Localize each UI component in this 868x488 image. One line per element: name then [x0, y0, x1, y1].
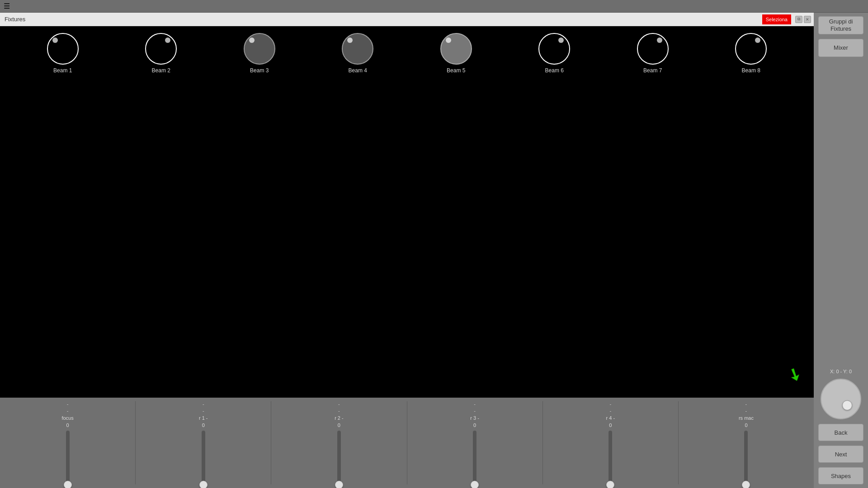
slider-thumb-4[interactable] — [606, 481, 614, 488]
beam-label-1: Beam 1 — [53, 67, 72, 74]
fixtures-title: Fixtures — [5, 16, 25, 23]
shapes-button[interactable]: Shapes — [818, 467, 863, 484]
beam-label-5: Beam 5 — [447, 67, 465, 74]
slider-column-4: - - r 4 - 0 — [543, 401, 678, 485]
beam-label-2: Beam 2 — [152, 67, 170, 74]
slider-dash-top-1: - — [203, 401, 204, 407]
slider-value-3: 0 — [473, 422, 476, 428]
slider-dash-top-4: - — [609, 401, 611, 407]
slider-dash-top-3: - — [474, 401, 476, 407]
gruppi-fixtures-button[interactable]: Gruppi di Fixtures — [818, 16, 863, 34]
hamburger-icon[interactable]: ☰ — [4, 2, 10, 10]
slider-name-0: focus — [61, 415, 73, 421]
slider-dash-top-5: - — [745, 401, 747, 407]
beam-item-6[interactable]: Beam 6 — [538, 33, 570, 74]
beam-label-8: Beam 8 — [742, 67, 760, 74]
left-panel: Fixtures Seleziona ⧉ ✕ Beam 1Beam 2Beam … — [0, 13, 814, 488]
xy-pad[interactable] — [821, 379, 861, 419]
slider-thumb-0[interactable] — [64, 481, 72, 488]
slider-value-1: 0 — [202, 422, 205, 428]
beam-item-7[interactable]: Beam 7 — [637, 33, 669, 74]
next-button[interactable]: Next — [818, 446, 863, 463]
slider-thumb-3[interactable] — [471, 481, 479, 488]
beam-circle-7 — [637, 33, 669, 65]
slider-column-3: - - r 3 - 0 — [407, 401, 542, 485]
beam-circle-1 — [47, 33, 79, 65]
slider-name-3: r 3 - — [470, 415, 479, 421]
beam-label-7: Beam 7 — [643, 67, 662, 74]
slider-track-3[interactable] — [473, 431, 476, 485]
slider-thumb-2[interactable] — [335, 481, 343, 488]
beam-item-8[interactable]: Beam 8 — [735, 33, 767, 74]
beams-row: Beam 1Beam 2Beam 3Beam 4Beam 5Beam 6Beam… — [0, 26, 814, 80]
canvas-area: Beam 1Beam 2Beam 3Beam 4Beam 5Beam 6Beam… — [0, 26, 814, 398]
fixtures-header: Fixtures Seleziona ⧉ ✕ — [0, 13, 814, 26]
back-button[interactable]: Back — [818, 424, 863, 441]
beam-circle-5 — [440, 33, 472, 65]
beam-label-6: Beam 6 — [545, 67, 564, 74]
slider-dash-top-0: - — [67, 401, 69, 407]
slider-dash-bot-3: - — [474, 408, 476, 414]
slider-name-5: rs mac — [739, 415, 754, 421]
slider-thumb-5[interactable] — [742, 481, 750, 488]
beam-item-5[interactable]: Beam 5 — [440, 33, 472, 74]
beam-circle-4 — [342, 33, 373, 65]
beam-item-2[interactable]: Beam 2 — [145, 33, 177, 74]
slider-column-0: - - focus 0 — [0, 401, 135, 485]
slider-name-4: r 4 - — [606, 415, 615, 421]
slider-value-2: 0 — [338, 422, 340, 428]
beam-item-4[interactable]: Beam 4 — [342, 33, 373, 74]
beam-label-4: Beam 4 — [349, 67, 367, 74]
slider-track-2[interactable] — [337, 431, 341, 485]
slider-value-5: 0 — [745, 422, 747, 428]
beam-label-3: Beam 3 — [250, 67, 269, 74]
menu-bar: ☰ — [0, 0, 868, 13]
slider-name-2: r 2 - — [335, 415, 344, 421]
mixer-button[interactable]: Mixer — [818, 39, 863, 57]
slider-track-5[interactable] — [744, 431, 748, 485]
seleziona-button[interactable]: Seleziona — [762, 14, 791, 24]
beam-circle-3 — [244, 33, 275, 65]
slider-dash-top-2: - — [338, 401, 340, 407]
slider-column-5: - - rs mac 0 — [679, 401, 814, 485]
slider-dash-bot-4: - — [609, 408, 611, 414]
fixtures-window-controls: ⧉ ✕ — [795, 16, 811, 23]
slider-dash-bot-2: - — [338, 408, 340, 414]
slider-column-1: - - r 1 - 0 — [136, 401, 271, 485]
slider-track-4[interactable] — [609, 431, 612, 485]
slider-track-0[interactable] — [66, 431, 70, 485]
slider-value-0: 0 — [66, 422, 69, 428]
beam-circle-8 — [735, 33, 767, 65]
xy-display: X: 0 - Y: 0 — [830, 369, 852, 374]
beam-circle-6 — [538, 33, 570, 65]
slider-dash-bot-1: - — [203, 408, 204, 414]
slider-value-4: 0 — [609, 422, 612, 428]
slider-thumb-1[interactable] — [199, 481, 208, 488]
main-container: Fixtures Seleziona ⧉ ✕ Beam 1Beam 2Beam … — [0, 13, 868, 488]
close-icon[interactable]: ✕ — [804, 16, 811, 23]
restore-icon[interactable]: ⧉ — [795, 16, 802, 23]
right-panel: Gruppi di Fixtures Mixer X: 0 - Y: 0 Bac… — [814, 13, 868, 488]
sliders-area: - - focus 0 - - r 1 - 0 - - r 2 - 0 — [0, 398, 814, 488]
slider-track-1[interactable] — [202, 431, 205, 485]
beam-item-1[interactable]: Beam 1 — [47, 33, 79, 74]
beam-item-3[interactable]: Beam 3 — [244, 33, 275, 74]
slider-dash-bot-5: - — [745, 408, 747, 414]
slider-dash-bot-0: - — [67, 408, 69, 414]
slider-column-2: - - r 2 - 0 — [271, 401, 406, 485]
beam-circle-2 — [145, 33, 177, 65]
xy-thumb[interactable] — [842, 400, 852, 410]
slider-name-1: r 1 - — [199, 415, 208, 421]
